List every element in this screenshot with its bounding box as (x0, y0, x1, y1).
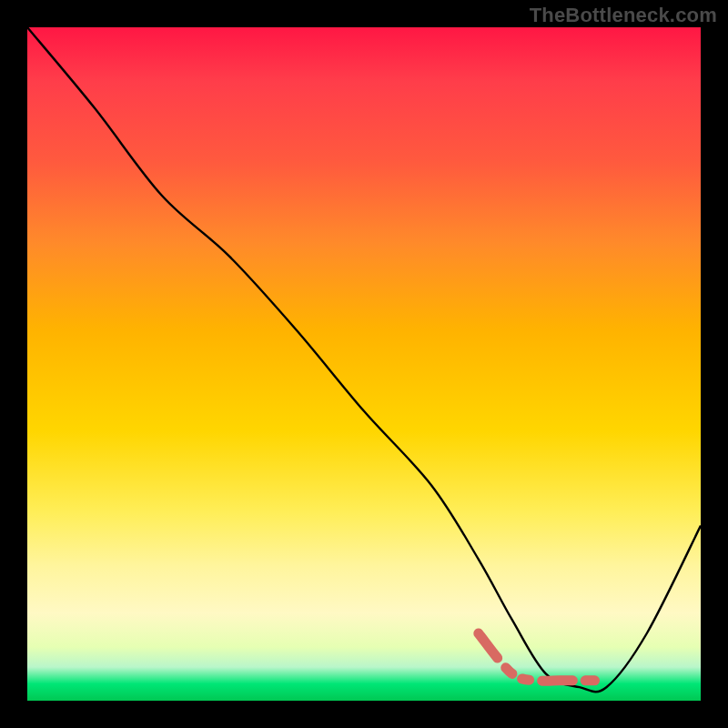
optimal-range-dash (479, 633, 600, 681)
chart-frame: TheBottleneck.com (0, 0, 728, 728)
bottleneck-curve (27, 27, 701, 692)
plot-area (27, 27, 701, 701)
watermark-text: TheBottleneck.com (530, 4, 717, 27)
chart-svg (27, 27, 701, 701)
